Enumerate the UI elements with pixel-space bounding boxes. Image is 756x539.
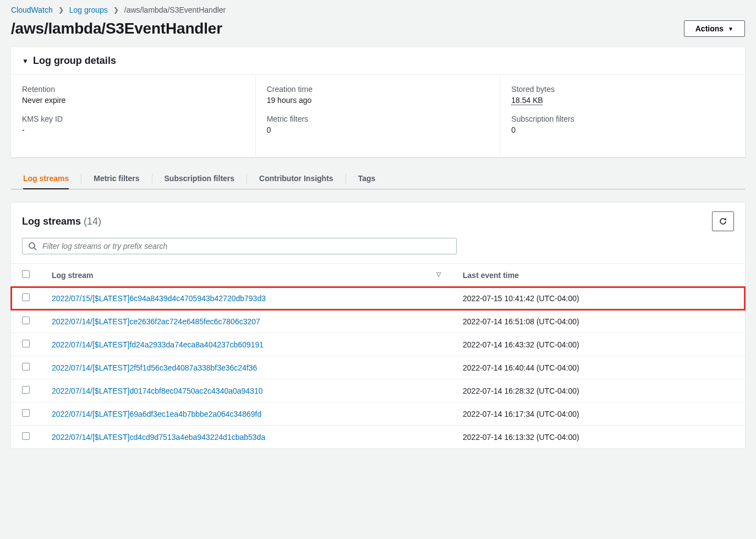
row-checkbox[interactable] <box>22 432 30 440</box>
tab-tags[interactable]: Tags <box>358 168 376 189</box>
metric-filters-value: 0 <box>267 126 489 134</box>
chevron-right-icon: ❯ <box>113 6 119 14</box>
log-stream-link[interactable]: 2022/07/15/[$LATEST]6c94a8439d4c4705943b… <box>52 294 266 303</box>
log-streams-table: Log stream ▽ Last event time 2022/07/15/… <box>11 263 745 449</box>
last-event-time: 2022-07-14 16:43:32 (UTC-04:00) <box>452 333 745 356</box>
log-group-details-toggle[interactable]: ▼ Log group details <box>11 47 745 75</box>
stored-bytes-label: Stored bytes <box>511 85 734 94</box>
last-event-time: 2022-07-14 16:40:44 (UTC-04:00) <box>452 356 745 379</box>
triangle-down-icon: ▼ <box>22 57 29 65</box>
row-checkbox[interactable] <box>22 317 30 324</box>
log-streams-panel: Log streams (14) <box>11 203 745 449</box>
table-row: 2022/07/14/[$LATEST]2f5f1d56c3ed4087a338… <box>11 356 745 379</box>
creation-value: 19 hours ago <box>267 96 489 105</box>
subscription-filters-label: Subscription filters <box>511 115 734 123</box>
svg-point-0 <box>29 243 35 248</box>
col-log-stream[interactable]: Log stream ▽ <box>41 264 452 287</box>
breadcrumb-cloudwatch[interactable]: CloudWatch <box>11 6 53 14</box>
retention-label: Retention <box>22 85 244 94</box>
breadcrumb-log-groups[interactable]: Log groups <box>69 6 108 14</box>
log-stream-link[interactable]: 2022/07/14/[$LATEST]69a6df3ec1ea4b7bbbe2… <box>52 410 261 418</box>
creation-label: Creation time <box>267 85 489 94</box>
search-box[interactable] <box>22 238 457 254</box>
col-last-event-time[interactable]: Last event time <box>452 264 745 287</box>
page-title: /aws/lambda/S3EventHandler <box>11 20 222 37</box>
refresh-icon <box>719 217 727 226</box>
row-checkbox[interactable] <box>22 386 30 394</box>
row-checkbox[interactable] <box>22 340 30 347</box>
log-stream-link[interactable]: 2022/07/14/[$LATEST]ce2636f2ac724e6485fe… <box>52 317 260 326</box>
log-streams-title: Log streams <box>22 216 81 227</box>
log-streams-heading: Log streams (14) <box>22 216 101 227</box>
retention-value: Never expire <box>22 96 244 105</box>
search-input[interactable] <box>42 242 451 251</box>
select-all-checkbox[interactable] <box>22 270 30 278</box>
table-row: 2022/07/14/[$LATEST]69a6df3ec1ea4b7bbbe2… <box>11 402 745 426</box>
last-event-time: 2022-07-14 16:28:32 (UTC-04:00) <box>452 379 745 402</box>
log-streams-count: (14) <box>84 216 101 227</box>
metric-filters-label: Metric filters <box>267 115 489 123</box>
tab-log-streams[interactable]: Log streams <box>23 168 69 189</box>
tab-subscription-filters[interactable]: Subscription filters <box>165 168 235 189</box>
tabs: Log streams Metric filters Subscription … <box>11 168 745 189</box>
table-row: 2022/07/14/[$LATEST]fd24a2933da74eca8a40… <box>11 333 745 356</box>
stored-bytes-value: 18.54 KB <box>511 96 734 105</box>
breadcrumb-current: /aws/lambda/S3EventHandler <box>124 6 226 14</box>
log-stream-link[interactable]: 2022/07/14/[$LATEST]cd4cd9d7513a4eba9432… <box>52 433 265 442</box>
log-stream-link[interactable]: 2022/07/14/[$LATEST]d0174cbf8ec04750ac2c… <box>52 386 263 395</box>
log-stream-link[interactable]: 2022/07/14/[$LATEST]fd24a2933da74eca8a40… <box>52 340 264 349</box>
row-checkbox[interactable] <box>22 409 30 417</box>
tab-contributor-insights[interactable]: Contributor Insights <box>259 168 333 189</box>
tab-metric-filters[interactable]: Metric filters <box>94 168 139 189</box>
table-row: 2022/07/14/[$LATEST]cd4cd9d7513a4eba9432… <box>11 426 745 449</box>
table-row: 2022/07/14/[$LATEST]ce2636f2ac724e6485fe… <box>11 310 745 333</box>
table-row: 2022/07/15/[$LATEST]6c94a8439d4c4705943b… <box>11 287 745 310</box>
refresh-button[interactable] <box>712 211 734 231</box>
log-group-details-panel: ▼ Log group details Retention Never expi… <box>11 47 745 157</box>
subscription-filters-value: 0 <box>511 126 734 134</box>
chevron-right-icon: ❯ <box>58 6 64 14</box>
table-row: 2022/07/14/[$LATEST]d0174cbf8ec04750ac2c… <box>11 379 745 402</box>
row-checkbox[interactable] <box>22 293 30 301</box>
log-stream-link[interactable]: 2022/07/14/[$LATEST]2f5f1d56c3ed4087a338… <box>52 363 257 372</box>
actions-button[interactable]: Actions ▼ <box>684 20 745 37</box>
caret-down-icon: ▼ <box>728 26 733 32</box>
last-event-time: 2022-07-15 10:41:42 (UTC-04:00) <box>452 287 745 310</box>
sort-icon: ▽ <box>436 271 441 278</box>
last-event-time: 2022-07-14 16:51:08 (UTC-04:00) <box>452 310 745 333</box>
breadcrumb: CloudWatch ❯ Log groups ❯ /aws/lambda/S3… <box>0 0 756 18</box>
svg-line-1 <box>34 248 36 250</box>
kms-value: - <box>22 126 244 134</box>
search-icon <box>28 242 37 251</box>
kms-label: KMS key ID <box>22 115 244 123</box>
actions-label: Actions <box>695 24 724 33</box>
last-event-time: 2022-07-14 16:13:32 (UTC-04:00) <box>452 426 745 449</box>
log-group-details-title: Log group details <box>33 55 116 67</box>
last-event-time: 2022-07-14 16:17:34 (UTC-04:00) <box>452 402 745 426</box>
row-checkbox[interactable] <box>22 363 30 371</box>
